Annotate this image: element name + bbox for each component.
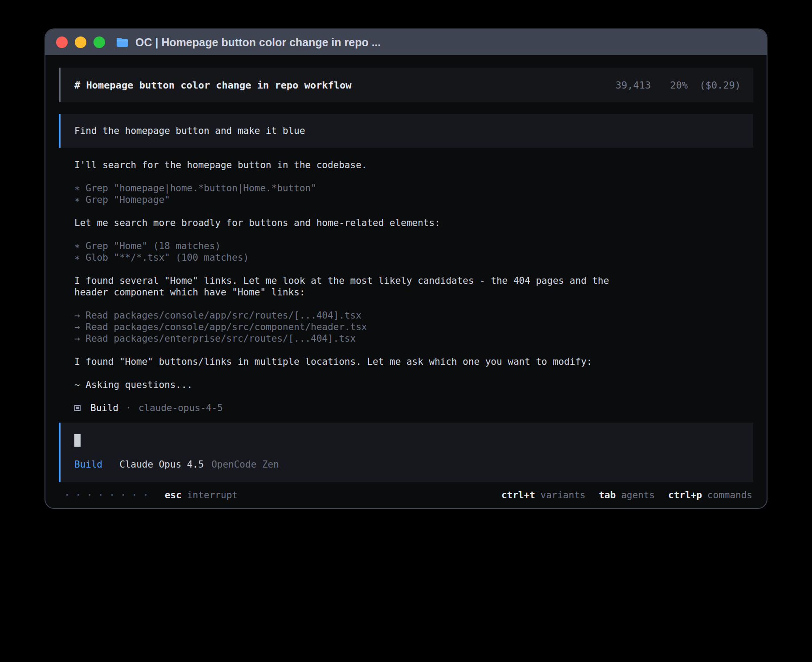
- zoom-button[interactable]: [93, 36, 105, 48]
- assistant-text: I found "Home" buttons/links in multiple…: [74, 356, 753, 367]
- session-cost: ($0.29): [699, 80, 741, 91]
- keybind-hint-commands: ctrl+p commands: [668, 490, 752, 501]
- mode-label[interactable]: Build: [74, 459, 102, 470]
- keybind-key: tab: [599, 490, 616, 501]
- session-title: # Homepage button color change in repo w…: [74, 80, 352, 91]
- esc-key-hint: esc: [165, 490, 182, 501]
- status-bar: ········ esc interrupt ctrl+t variants t…: [59, 489, 753, 501]
- text-cursor: [74, 434, 81, 447]
- assistant-text: I'll search for the homepage button in t…: [74, 159, 753, 171]
- keybind-key: ctrl+p: [668, 490, 702, 501]
- tool-call-grep: ∗ Grep "Homepage": [74, 194, 753, 206]
- terminal-window: OC | Homepage button color change in rep…: [45, 28, 767, 509]
- assistant-transcript: I'll search for the homepage button in t…: [59, 159, 753, 414]
- agent-separator: ·: [126, 402, 131, 414]
- tool-call-read: → Read packages/console/app/src/routes/[…: [74, 310, 753, 321]
- assistant-text: I found several "Home" links. Let me loo…: [74, 275, 753, 298]
- model-row: Build Claude Opus 4.5 OpenCode Zen: [74, 459, 740, 470]
- tool-call-group: → Read packages/console/app/src/routes/[…: [74, 310, 753, 344]
- titlebar[interactable]: OC | Homepage button color change in rep…: [45, 29, 767, 55]
- close-button[interactable]: [56, 36, 68, 48]
- window-title: OC | Homepage button color change in rep…: [135, 36, 381, 49]
- keybind-hint-agents: tab agents: [599, 490, 655, 501]
- tool-call-grep: ∗ Grep "Home" (18 matches): [74, 240, 753, 252]
- agent-name: Build: [90, 402, 118, 414]
- keybind-hint-variants: ctrl+t variants: [501, 490, 585, 501]
- tool-call-group: ∗ Grep "homepage|home.*button|Home.*butt…: [74, 182, 753, 206]
- assistant-text: Let me search more broadly for buttons a…: [74, 217, 753, 229]
- session-stats: 39,413 20% ($0.29): [616, 80, 741, 91]
- traffic-lights: [56, 36, 105, 48]
- prompt-input[interactable]: Build Claude Opus 4.5 OpenCode Zen: [59, 423, 753, 482]
- tool-call-grep: ∗ Grep "homepage|home.*button|Home.*butt…: [74, 182, 753, 194]
- status-line: ~ Asking questions...: [74, 379, 753, 391]
- agent-status-row: Build · claude-opus-4-5: [74, 402, 753, 414]
- spinner-dots: ········: [64, 489, 154, 501]
- context-percent: 20%: [670, 80, 688, 91]
- agent-icon: [74, 405, 81, 411]
- tool-call-glob: ∗ Glob "**/*.tsx" (100 matches): [74, 252, 753, 263]
- status-bar-right: ctrl+t variants tab agents ctrl+p comman…: [488, 490, 752, 501]
- assistant-text-line: I found several "Home" links. Let me loo…: [74, 275, 753, 287]
- keybind-label: variants: [540, 490, 585, 501]
- model-label[interactable]: Claude Opus 4.5: [119, 459, 204, 470]
- esc-key-label: interrupt: [187, 490, 238, 501]
- keybind-label: agents: [621, 490, 655, 501]
- minimize-button[interactable]: [75, 36, 86, 48]
- tool-call-read: → Read packages/enterprise/src/routes/[.…: [74, 333, 753, 344]
- assistant-text-line: header component which have "Home" links…: [74, 287, 753, 298]
- tool-call-group: ∗ Grep "Home" (18 matches) ∗ Glob "**/*.…: [74, 240, 753, 263]
- keybind-label: commands: [707, 490, 752, 501]
- tool-call-read: → Read packages/console/app/src/componen…: [74, 321, 753, 333]
- session-header: # Homepage button color change in repo w…: [59, 68, 753, 102]
- provider-label: OpenCode Zen: [211, 459, 279, 470]
- user-message: Find the homepage button and make it blu…: [59, 114, 753, 148]
- folder-icon: [116, 37, 129, 48]
- keybind-key: ctrl+t: [501, 490, 535, 501]
- user-message-text: Find the homepage button and make it blu…: [74, 125, 305, 136]
- terminal-content: # Homepage button color change in repo w…: [45, 55, 767, 508]
- status-bar-left: ········ esc interrupt: [64, 489, 238, 501]
- agent-model: claude-opus-4-5: [138, 402, 223, 414]
- token-count: 39,413: [616, 80, 651, 91]
